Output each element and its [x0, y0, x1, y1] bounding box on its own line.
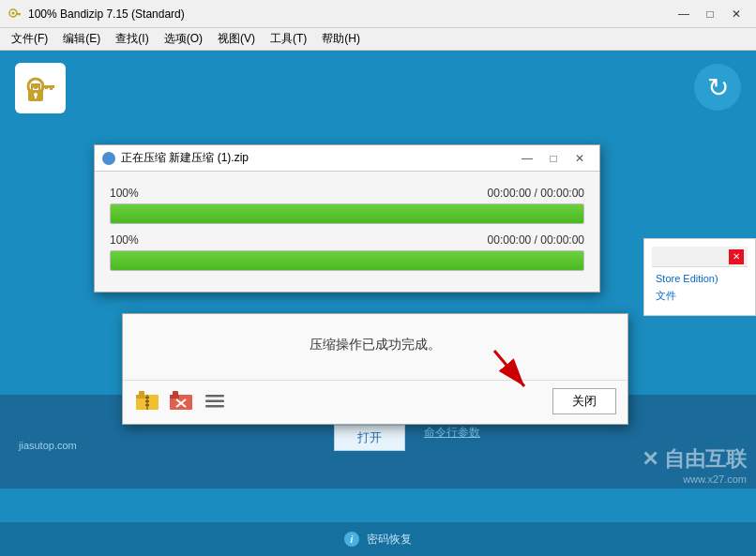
store-window-header: ✕	[652, 247, 748, 267]
svg-rect-23	[173, 391, 178, 396]
menu-tools[interactable]: 工具(T)	[263, 29, 314, 49]
minimize-button[interactable]: —	[672, 5, 696, 23]
progress-close-button[interactable]: ✕	[567, 149, 592, 168]
site-link: jiasutop.com	[19, 440, 77, 451]
refresh-button[interactable]: ↻	[694, 64, 741, 111]
store-close-button[interactable]: ✕	[729, 249, 744, 264]
menu-icon[interactable]	[202, 391, 228, 412]
menu-bar: 文件(F) 编辑(E) 查找(I) 选项(O) 视图(V) 工具(T) 帮助(H…	[0, 28, 756, 51]
maximize-button[interactable]: □	[698, 5, 722, 23]
progress-maximize-button[interactable]: □	[541, 149, 566, 168]
progress-time-1: 00:00:00 / 00:00:00	[488, 187, 584, 200]
completion-message: 压缩操作已成功完成。	[142, 337, 609, 353]
progress-bar-bg-1	[110, 203, 584, 224]
error-icon	[168, 391, 194, 412]
menu-options[interactable]: 选项(O)	[157, 29, 210, 49]
toolbar-area: ↻	[0, 51, 756, 126]
menu-help[interactable]: 帮助(H)	[314, 29, 368, 49]
menu-file[interactable]: 文件(F)	[4, 29, 55, 49]
links-center: 打开 命令行参数	[77, 425, 737, 451]
svg-rect-26	[205, 395, 224, 398]
svg-rect-28	[205, 405, 224, 408]
svg-rect-3	[19, 13, 21, 16]
completion-close-button[interactable]: 关闭	[552, 388, 616, 414]
menu-find[interactable]: 查找(I)	[108, 29, 156, 49]
progress-dialog-titlebar: 正在压缩 新建压缩 (1).zip — □ ✕	[95, 145, 599, 172]
watermark-logo: ✕ 自由互联	[642, 445, 747, 473]
open-button[interactable]: 打开	[334, 425, 405, 451]
svg-rect-27	[205, 400, 224, 403]
svg-rect-16	[139, 391, 144, 396]
progress-row-1: 100% 00:00:00 / 00:00:00	[110, 187, 584, 224]
svg-rect-13	[35, 95, 37, 98]
app-icon	[8, 7, 23, 22]
watermark-url: www.x27.com	[642, 473, 747, 485]
zip-icon	[134, 391, 160, 412]
progress-dialog-controls: — □ ✕	[515, 149, 592, 168]
progress-minimize-button[interactable]: —	[515, 149, 539, 168]
progress-percent-2: 100%	[110, 233, 139, 247]
completion-footer: 关闭	[123, 380, 627, 424]
svg-point-1	[12, 11, 15, 14]
progress-bar-fill-1	[111, 204, 583, 223]
svg-rect-20	[145, 404, 149, 406]
progress-bar-fill-2	[111, 251, 583, 270]
main-window: 100% Bandizip 7.15 (Standard) — □ ✕ 文件(F…	[0, 0, 756, 556]
content-area: ↻ jiasutop.com 打开 命令行参数 ✕ 自由互联 www.x27.c…	[0, 51, 756, 522]
progress-percent-1: 100%	[110, 187, 139, 200]
progress-dialog-icon	[102, 152, 115, 165]
svg-rect-4	[17, 13, 19, 15]
info-icon: i	[344, 532, 359, 547]
svg-rect-19	[145, 400, 149, 402]
cmdline-link[interactable]: 命令行参数	[424, 425, 480, 451]
progress-dialog-title: 正在压缩 新建压缩 (1).zip	[121, 150, 515, 166]
svg-rect-8	[50, 85, 53, 90]
app-title: 100% Bandizip 7.15 (Standard)	[28, 8, 672, 21]
progress-dialog: 正在压缩 新建压缩 (1).zip — □ ✕ 100% 00:00:00 / …	[94, 144, 600, 293]
progress-row-2: 100% 00:00:00 / 00:00:00	[110, 233, 584, 271]
title-bar-controls: — □ ✕	[672, 5, 748, 23]
store-window-partial: ✕ Store Edition) 文件	[643, 238, 756, 316]
progress-bar-bg-2	[110, 250, 584, 271]
close-button[interactable]: ✕	[724, 5, 748, 23]
svg-rect-9	[45, 85, 48, 89]
store-line2: 文件	[656, 288, 744, 305]
completion-body: 压缩操作已成功完成。	[123, 314, 627, 380]
password-recovery-text: 密码恢复	[367, 532, 412, 548]
progress-time-2: 00:00:00 / 00:00:00	[488, 233, 584, 247]
app-logo	[15, 63, 66, 113]
title-bar: 100% Bandizip 7.15 (Standard) — □ ✕	[0, 0, 756, 28]
progress-header-2: 100% 00:00:00 / 00:00:00	[110, 233, 584, 247]
footer-icons	[134, 391, 228, 412]
watermark: ✕ 自由互联 www.x27.com	[642, 445, 747, 485]
bottom-bar: i 密码恢复	[0, 522, 756, 556]
store-line1: Store Edition)	[656, 271, 744, 288]
menu-edit[interactable]: 编辑(E)	[55, 29, 108, 49]
progress-dialog-body: 100% 00:00:00 / 00:00:00 100% 00:00:00 /…	[95, 172, 599, 292]
completion-dialog: 压缩操作已成功完成。	[122, 313, 628, 425]
close-btn-wrapper: 关闭	[552, 388, 616, 414]
menu-view[interactable]: 视图(V)	[210, 29, 263, 49]
store-content: Store Edition) 文件	[652, 267, 748, 308]
svg-rect-18	[145, 397, 149, 398]
progress-header-1: 100% 00:00:00 / 00:00:00	[110, 187, 584, 200]
